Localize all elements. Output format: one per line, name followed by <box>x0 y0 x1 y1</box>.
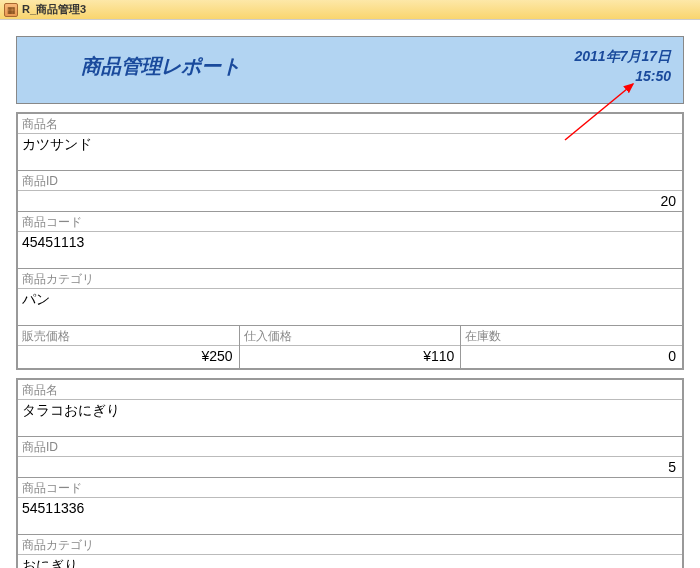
value-product-name: タラコおにぎり <box>18 400 682 436</box>
label-sale-price: 販売価格 <box>18 326 239 346</box>
label-product-code: 商品コード <box>18 478 682 498</box>
report-datetime: 2011年7月17日 15:50 <box>574 47 671 86</box>
records-container: 商品名 カツサンド 商品ID 20 商品コード 45451113 商品カテゴリ … <box>16 112 684 568</box>
value-product-code: 45451113 <box>18 232 682 268</box>
label-product-code: 商品コード <box>18 212 682 232</box>
value-product-code: 54511336 <box>18 498 682 534</box>
label-category: 商品カテゴリ <box>18 535 682 555</box>
window-titlebar: ▦ R_商品管理3 <box>0 0 700 20</box>
value-stock: 0 <box>461 346 682 368</box>
label-product-id: 商品ID <box>18 171 682 191</box>
value-sale-price: ¥250 <box>18 346 239 368</box>
label-category: 商品カテゴリ <box>18 269 682 289</box>
value-product-name: カツサンド <box>18 134 682 170</box>
label-product-id: 商品ID <box>18 437 682 457</box>
form-icon[interactable]: ▦ <box>4 3 18 17</box>
value-category: パン <box>18 289 682 325</box>
value-product-id: 5 <box>18 457 682 477</box>
record: 商品名 タラコおにぎり 商品ID 5 商品コード 54511336 商品カテゴリ… <box>16 378 684 568</box>
label-stock: 在庫数 <box>461 326 682 346</box>
report-page: 商品管理レポート 2011年7月17日 15:50 商品名 カツサンド 商品ID… <box>0 20 700 568</box>
report-time: 15:50 <box>574 67 671 87</box>
record: 商品名 カツサンド 商品ID 20 商品コード 45451113 商品カテゴリ … <box>16 112 684 370</box>
label-product-name: 商品名 <box>18 114 682 134</box>
window-title: R_商品管理3 <box>22 2 86 17</box>
value-category: おにぎり <box>18 555 682 568</box>
report-date: 2011年7月17日 <box>574 47 671 67</box>
report-title: 商品管理レポート <box>81 53 241 80</box>
value-product-id: 20 <box>18 191 682 211</box>
label-purchase-price: 仕入価格 <box>240 326 461 346</box>
label-product-name: 商品名 <box>18 380 682 400</box>
report-header: 商品管理レポート 2011年7月17日 15:50 <box>16 36 684 104</box>
value-purchase-price: ¥110 <box>240 346 461 368</box>
